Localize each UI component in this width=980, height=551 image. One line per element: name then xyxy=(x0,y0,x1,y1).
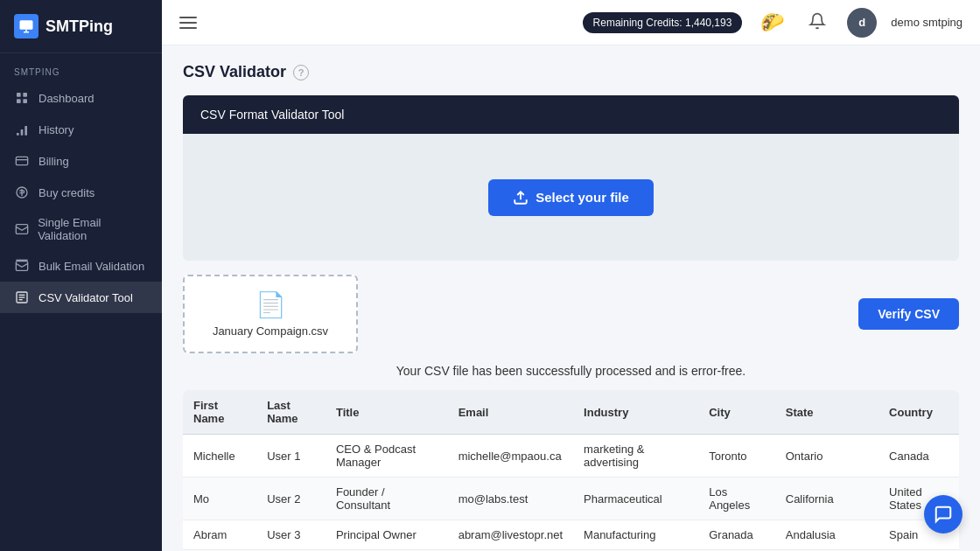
table-cell: Abram xyxy=(183,520,256,550)
svg-rect-12 xyxy=(16,262,27,271)
table-cell: mo@labs.test xyxy=(448,478,573,520)
table-header-row: First NameLast NameTitleEmailIndustryCit… xyxy=(183,390,959,435)
logo-icon xyxy=(14,14,38,38)
table-row: MoUser 2Founder / Consultantmo@labs.test… xyxy=(183,478,959,520)
table-cell: Canada xyxy=(878,435,959,478)
svg-rect-4 xyxy=(23,99,27,103)
table-row: AbramUser 3Principal Ownerabram@livestop… xyxy=(183,520,959,550)
billing-icon xyxy=(14,153,30,169)
single-email-icon xyxy=(14,221,29,237)
table-cell: Michelle xyxy=(183,435,256,478)
header: Remaining Credits: 1,440,193 🌮 d demo sm… xyxy=(162,0,980,45)
sidebar-item-billing-label: Billing xyxy=(38,155,69,168)
avatar: d xyxy=(847,8,877,38)
table-body: MichelleUser 1CEO & Podcast Managermiche… xyxy=(183,435,959,552)
sidebar-item-bulk-email[interactable]: Bulk Email Validation xyxy=(0,250,162,282)
tool-card: CSV Format Validator Tool Select your fi… xyxy=(183,95,959,261)
table-column-header: Last Name xyxy=(256,390,326,435)
table-cell: User 3 xyxy=(256,520,326,550)
credits-badge: Remaining Credits: 1,440,193 xyxy=(583,12,743,33)
table-cell: marketing & advertising xyxy=(573,435,698,478)
sidebar-item-history-label: History xyxy=(38,123,74,136)
table-column-header: Country xyxy=(878,390,959,435)
select-file-button[interactable]: Select your file xyxy=(488,179,654,216)
user-name: demo smtping xyxy=(891,16,962,29)
dashboard-icon xyxy=(14,90,30,106)
sidebar: SMTPing SMTPING Dashboard History Bil xyxy=(0,0,162,551)
chat-bubble[interactable] xyxy=(924,495,962,534)
table-cell: Pharmaceutical xyxy=(573,478,698,520)
svg-rect-2 xyxy=(23,93,27,97)
table-column-header: Title xyxy=(326,390,448,435)
table-cell: User 1 xyxy=(256,435,326,478)
info-icon[interactable]: ? xyxy=(293,65,309,80)
table-cell: Founder / Consultant xyxy=(326,478,448,520)
table-cell: Los Angeles xyxy=(698,478,775,520)
table-cell: Mo xyxy=(183,478,256,520)
table-cell: Andalusia xyxy=(775,520,878,550)
sidebar-item-billing[interactable]: Billing xyxy=(0,145,162,177)
table-column-header: Industry xyxy=(573,390,698,435)
file-icon: 📄 xyxy=(256,290,286,319)
svg-rect-8 xyxy=(16,157,27,164)
file-row: 📄 January Compaign.csv Verify CSV xyxy=(183,275,959,353)
sidebar-item-dashboard[interactable]: Dashboard xyxy=(0,82,162,114)
menu-toggle[interactable] xyxy=(179,17,197,29)
taco-icon: 🌮 xyxy=(760,11,784,34)
table-cell: Granada xyxy=(698,520,775,550)
sidebar-navigation: Dashboard History Billing Buy credits xyxy=(0,82,162,313)
table-cell: User 2 xyxy=(256,478,326,520)
sidebar-item-csv-validator[interactable]: CSV Validator Tool xyxy=(0,282,162,313)
table-column-header: First Name xyxy=(183,390,256,435)
notification-button[interactable] xyxy=(802,7,833,38)
table-cell: Principal Owner xyxy=(326,520,448,550)
table-row: MichelleUser 1CEO & Podcast Managermiche… xyxy=(183,435,959,478)
table-header: First NameLast NameTitleEmailIndustryCit… xyxy=(183,390,959,435)
sidebar-item-buy-credits-label: Buy credits xyxy=(38,186,94,199)
file-card: 📄 January Compaign.csv xyxy=(183,275,358,353)
sidebar-section-label: SMTPING xyxy=(0,53,162,82)
svg-rect-1 xyxy=(17,93,21,97)
table-cell: Ontario xyxy=(775,435,878,478)
taco-icon-button[interactable]: 🌮 xyxy=(756,7,788,38)
svg-rect-6 xyxy=(21,129,24,136)
table-column-header: State xyxy=(775,390,878,435)
table-cell: California xyxy=(775,478,878,520)
sidebar-item-csv-validator-label: CSV Validator Tool xyxy=(38,291,133,304)
svg-rect-7 xyxy=(24,126,27,136)
svg-rect-5 xyxy=(17,133,19,136)
svg-rect-3 xyxy=(17,99,21,103)
sidebar-item-bulk-email-label: Bulk Email Validation xyxy=(38,260,144,273)
page-content: CSV Validator ? CSV Format Validator Too… xyxy=(162,45,980,551)
main-content: Remaining Credits: 1,440,193 🌮 d demo sm… xyxy=(162,0,980,551)
tool-header: CSV Format Validator Tool xyxy=(183,95,959,134)
sidebar-item-single-email-label: Single Email Validation xyxy=(38,216,148,242)
upload-area[interactable]: Select your file xyxy=(183,134,959,261)
page-title: CSV Validator ? xyxy=(183,63,959,81)
svg-rect-0 xyxy=(20,20,33,30)
table-cell: abram@livestopr.net xyxy=(448,520,573,550)
success-message: Your CSV file has been successfully proc… xyxy=(183,364,959,378)
table-cell: Manufacturing xyxy=(573,520,698,550)
header-left xyxy=(179,17,197,29)
logo-text: SMTPing xyxy=(46,17,113,36)
table-cell: Toronto xyxy=(698,435,775,478)
sidebar-item-single-email[interactable]: Single Email Validation xyxy=(0,208,162,250)
file-name: January Compaign.csv xyxy=(213,324,328,338)
buy-credits-icon xyxy=(14,185,30,200)
csv-table: First NameLast NameTitleEmailIndustryCit… xyxy=(183,390,959,551)
bulk-email-icon xyxy=(14,258,30,274)
sidebar-logo: SMTPing xyxy=(0,0,162,53)
header-right: Remaining Credits: 1,440,193 🌮 d demo sm… xyxy=(583,7,962,38)
sidebar-item-dashboard-label: Dashboard xyxy=(38,92,94,105)
table-cell: CEO & Podcast Manager xyxy=(326,435,448,478)
sidebar-item-buy-credits[interactable]: Buy credits xyxy=(0,177,162,208)
svg-rect-11 xyxy=(16,225,27,234)
table-column-header: Email xyxy=(448,390,573,435)
verify-csv-button[interactable]: Verify CSV xyxy=(858,298,959,330)
sidebar-item-history[interactable]: History xyxy=(0,114,162,145)
history-icon xyxy=(14,122,30,137)
bell-icon xyxy=(808,12,826,32)
table-cell: michelle@mpaou.ca xyxy=(448,435,573,478)
csv-validator-icon xyxy=(14,289,30,305)
